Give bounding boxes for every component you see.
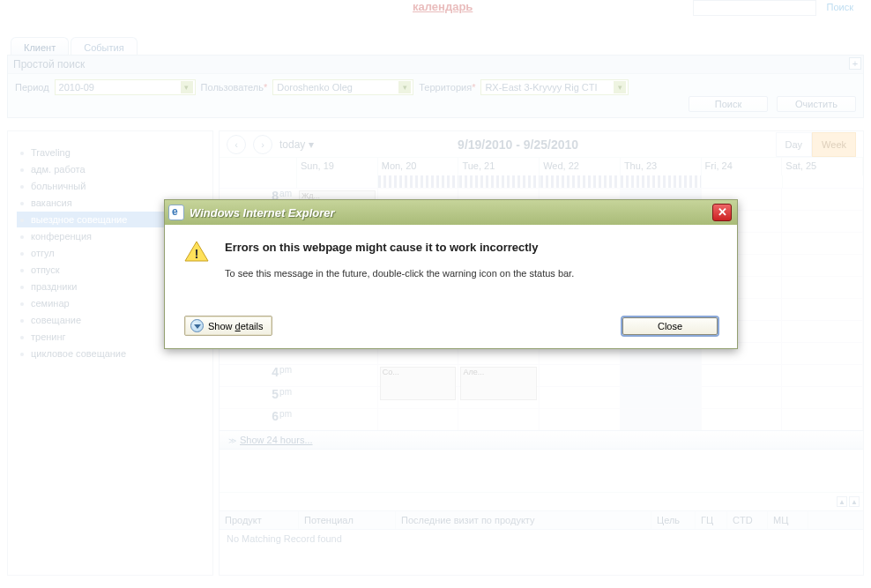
time-cell[interactable] xyxy=(702,387,783,408)
period-label: Период xyxy=(15,82,49,93)
svg-text:!: ! xyxy=(195,246,199,261)
time-cell[interactable] xyxy=(621,365,702,386)
calendar-panel: ‹ › today ▾ 9/19/2010 - 9/25/2010 Day We… xyxy=(219,130,864,576)
date-range: 9/19/2010 - 9/25/2010 xyxy=(321,138,769,152)
time-cell[interactable] xyxy=(540,387,621,408)
prev-week-button[interactable]: ‹ xyxy=(227,135,246,154)
chevron-down-icon: ▾ xyxy=(398,81,411,93)
day-header[interactable]: Fri, 24 xyxy=(702,158,783,175)
time-cell[interactable] xyxy=(621,387,702,408)
sidebar-item[interactable]: больничный xyxy=(17,178,204,194)
week-view-button[interactable]: Week xyxy=(812,132,856,157)
today-button[interactable]: today ▾ xyxy=(279,138,314,151)
column-header[interactable]: МЦ xyxy=(768,511,808,529)
dialog-close-button[interactable]: Close xyxy=(622,317,718,335)
dialog-heading: Errors on this webpage might cause it to… xyxy=(225,241,574,254)
time-cell[interactable]: Але... xyxy=(458,365,540,386)
column-header[interactable]: ГЦ xyxy=(696,511,727,529)
product-panel: ▲ ▲ ПродуктПотенциалПоследние визит по п… xyxy=(220,492,863,575)
time-cell[interactable] xyxy=(540,365,621,386)
show-24-hours-link[interactable]: ≫Show 24 hours... xyxy=(220,430,863,450)
time-cell[interactable] xyxy=(458,387,540,408)
day-header[interactable]: Wed, 22 xyxy=(540,158,621,175)
time-cell[interactable] xyxy=(782,365,863,386)
panel-title-text: Простой поиск xyxy=(13,58,85,71)
territory-label: Территория* xyxy=(419,82,475,93)
user-combo[interactable]: Doroshenko Oleg ▾ xyxy=(272,79,413,95)
time-cell[interactable] xyxy=(621,409,702,430)
panel-title: Простой поиск + xyxy=(8,56,863,74)
sidebar-item[interactable]: адм. работа xyxy=(17,161,204,177)
day-header[interactable]: Sat, 25 xyxy=(782,158,863,175)
sidebar-item[interactable]: Traveling xyxy=(17,145,204,160)
time-cell[interactable]: Co... xyxy=(378,365,459,386)
column-header[interactable]: CTD xyxy=(727,511,768,529)
column-header[interactable]: Цель xyxy=(651,511,696,529)
search-button[interactable]: Поиск xyxy=(689,96,768,112)
time-cell[interactable] xyxy=(782,387,863,408)
user-label: Пользователь* xyxy=(201,82,268,93)
time-cell[interactable] xyxy=(297,387,378,408)
time-cell[interactable] xyxy=(782,189,863,210)
top-search-input[interactable] xyxy=(693,0,816,16)
day-header[interactable]: Sun, 19 xyxy=(297,158,378,175)
day-header[interactable]: Thu, 23 xyxy=(621,158,702,175)
simple-search-panel: Простой поиск + Период 2010-09 ▾ Пользов… xyxy=(7,55,864,118)
next-week-button[interactable]: › xyxy=(253,135,272,154)
dialog-close-x-button[interactable]: ✕ xyxy=(712,204,732,221)
dialog-body-text: To see this message in the future, doubl… xyxy=(225,268,574,279)
time-cell[interactable] xyxy=(702,365,783,386)
time-label: 5pm xyxy=(220,387,297,408)
time-cell[interactable] xyxy=(782,409,863,430)
user-value: Doroshenko Oleg xyxy=(277,82,353,93)
tab-client[interactable]: Клиент xyxy=(11,37,69,56)
category-sidebar: Travelingадм. работабольничныйвакансиявы… xyxy=(7,130,213,576)
time-cell[interactable] xyxy=(378,409,459,430)
time-cell[interactable] xyxy=(297,365,378,386)
day-header[interactable]: Mon, 20 xyxy=(378,158,459,175)
time-cell[interactable] xyxy=(458,409,540,430)
top-search-link[interactable]: Поиск xyxy=(827,2,853,12)
time-cell[interactable] xyxy=(297,409,378,430)
expand-down-icon xyxy=(190,319,204,332)
time-label: 4pm xyxy=(220,365,297,386)
dialog-titlebar[interactable]: Windows Internet Explorer ✕ xyxy=(165,200,737,225)
show-details-button[interactable]: Show details xyxy=(184,316,272,336)
time-cell[interactable] xyxy=(702,409,783,430)
calendar-link[interactable]: календарь xyxy=(413,0,473,13)
territory-combo[interactable]: RX-East 3-Kryvyy Rig CTI ▾ xyxy=(480,79,629,95)
territory-value: RX-East 3-Kryvyy Rig CTI xyxy=(485,82,597,93)
chevron-down-icon: ▾ xyxy=(181,81,193,93)
time-cell[interactable] xyxy=(540,409,621,430)
chevron-down-icon: ▾ xyxy=(614,81,626,93)
ie-icon xyxy=(168,205,184,220)
no-records-message: No Matching Record found xyxy=(220,530,863,547)
day-view-button[interactable]: Day xyxy=(776,132,813,157)
clear-button[interactable]: Очистить xyxy=(777,96,856,112)
day-header[interactable]: Tue, 21 xyxy=(458,158,540,175)
time-label: 6pm xyxy=(220,409,297,430)
panel-up2-icon[interactable]: ▲ xyxy=(849,496,860,507)
tab-events[interactable]: События xyxy=(71,37,137,56)
panel-up-icon[interactable]: ▲ xyxy=(837,496,847,507)
period-value: 2010-09 xyxy=(59,82,94,93)
column-header[interactable]: Последние визит по продукту xyxy=(396,511,651,529)
period-combo[interactable]: 2010-09 ▾ xyxy=(55,79,196,95)
column-header[interactable]: Продукт xyxy=(220,511,299,529)
column-header[interactable]: Потенциал xyxy=(299,511,396,529)
time-cell[interactable] xyxy=(378,387,459,408)
warning-icon: ! xyxy=(184,241,209,262)
add-button[interactable]: + xyxy=(849,57,861,70)
ie-error-dialog: Windows Internet Explorer ✕ ! Errors on … xyxy=(164,199,738,349)
dialog-title: Windows Internet Explorer xyxy=(190,206,712,220)
